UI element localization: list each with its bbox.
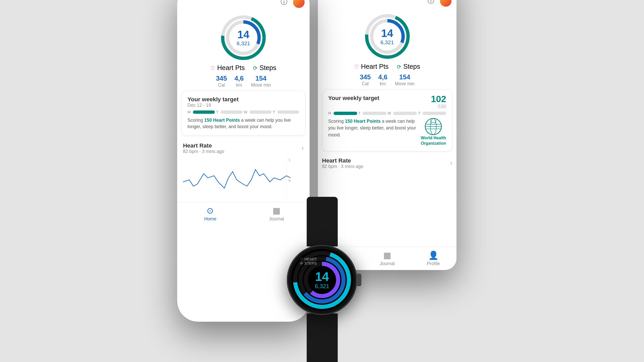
iphone-ring-chart: 14 6,321	[219, 13, 268, 62]
iphone-stat-cal: 345 Cal	[216, 75, 227, 87]
km-label: km	[378, 81, 387, 86]
scene: 9:41 ▲ ▌▌▌ ⓘ	[156, 0, 488, 362]
android-stat-km: 4,6 km	[378, 74, 387, 86]
android-card-header: Your weekly target 102 /150	[328, 94, 446, 108]
km-value: 4,6	[378, 74, 387, 81]
who-label: World HealthOrganization	[421, 135, 446, 146]
iphone-home-nav-label: Home	[204, 216, 216, 221]
cal-value: 345	[360, 74, 371, 81]
hr-chevron-icon[interactable]: ›	[450, 159, 452, 166]
iphone-cal-label: Cal	[216, 82, 227, 87]
svg-text:80: 80	[288, 178, 290, 182]
iphone-hr-title: Heart Rate	[183, 142, 224, 149]
android-stat-cal: 345 Cal	[360, 74, 371, 86]
watch-strap-bottom	[306, 313, 338, 362]
android-app-header: ⓘ	[318, 0, 456, 8]
iphone-steps-label: ⟳ Steps	[253, 64, 276, 72]
iphone-card-text: Scoring 150 Heart Points a week can help…	[188, 116, 299, 130]
iphone-card-title: Your weekly target	[188, 96, 239, 102]
iphone-hr-chevron-icon[interactable]: ›	[302, 144, 304, 151]
android-card-text: Scoring 150 Heart Points a week can help…	[328, 118, 417, 138]
move-label: Move min	[395, 81, 415, 86]
watch-strap-top	[306, 197, 338, 246]
android-steps-label: ⟳ Steps	[397, 63, 420, 70]
prog-mon	[333, 111, 357, 115]
watch-body: ♡ HEART ⟳ STEPS 14 6,321	[287, 245, 357, 315]
android-heart-pts-label: ♡ Heart Pts	[354, 63, 388, 70]
android-progress-row: M T W T	[328, 111, 446, 115]
svg-text:140: 140	[288, 158, 290, 162]
android-weekly-card: Your weekly target 102 /150 M T W	[322, 89, 452, 151]
iphone-info-button[interactable]: ⓘ	[278, 0, 290, 8]
android-hr-header: Heart Rate 82 bpm · 3 mins ago ›	[322, 154, 452, 168]
android-hr-title: Heart Rate	[322, 157, 363, 164]
watch-center-text: 14 6,321	[315, 270, 329, 289]
android-ring-center: 14 6,321	[380, 27, 394, 45]
android-card-title: Your weekly target	[328, 94, 379, 101]
android-hr-sub: 82 bpm · 3 mins ago	[322, 164, 363, 168]
watch-small-num: 6,321	[315, 283, 329, 289]
iphone-stats-row: 345 Cal 4,6 km 154 Move min	[177, 73, 310, 90]
info-button[interactable]: ⓘ	[425, 0, 437, 6]
iphone-heart-pts: 14	[237, 29, 250, 41]
iphone-prog-thu	[277, 110, 299, 113]
iphone-nav-journal[interactable]: ▦ Journal	[264, 205, 289, 221]
android-stats-row: 345 Cal 4,6 km 154 Move min	[318, 72, 456, 89]
watch-steps-label: ⟳ STEPS	[300, 261, 317, 265]
iphone-card-subtitle: Dec 12 - 19	[188, 102, 239, 107]
android-card-title-block: Your weekly target	[328, 94, 379, 101]
journal-nav-icon: ▦	[383, 250, 391, 260]
iphone-prog-tue	[220, 110, 243, 113]
iphone-journal-nav-icon: ▦	[273, 205, 280, 215]
iphone-chart-container: 140 80	[177, 155, 310, 202]
prog-wed	[393, 111, 417, 115]
iphone-hr-sub: 82 bpm · 3 mins ago	[183, 149, 224, 153]
iphone-stat-move: 154 Move min	[251, 75, 271, 87]
highlight-pts: 150 Heart Points	[345, 118, 381, 123]
android-nav-journal[interactable]: ▦ Journal	[375, 250, 400, 266]
android-nav-profile[interactable]: 👤 Profile	[421, 250, 446, 266]
iphone-stat-km: 4,6 km	[234, 75, 244, 87]
android-card-body: Scoring 150 Heart Points a week can help…	[328, 118, 446, 146]
iphone-km-label: km	[234, 82, 244, 87]
profile-nav-label: Profile	[427, 261, 440, 266]
journal-nav-label: Journal	[380, 261, 395, 266]
cal-label: Cal	[360, 81, 371, 86]
iphone-home-nav-icon: ⊙	[207, 205, 214, 215]
iphone-card-header: Your weekly target Dec 12 - 19	[188, 96, 299, 107]
who-logo-svg	[425, 118, 442, 135]
iphone-steps-icon: ⟳	[253, 65, 258, 71]
android-stat-move: 154 Move min	[395, 74, 415, 86]
android-ring-chart: 14 6,321	[362, 12, 412, 61]
iphone-move-value: 154	[251, 75, 271, 82]
iphone-steps: 6,321	[237, 41, 250, 47]
android-ring-container: 14 6,321 ♡ Heart Pts ⟳ Steps	[318, 8, 456, 72]
move-value: 154	[395, 74, 415, 81]
iphone-weekly-card: Your weekly target Dec 12 - 19 M T W T	[181, 90, 305, 135]
watch-big-num: 14	[315, 270, 329, 283]
watch-labels: ♡ HEART ⟳ STEPS	[300, 257, 317, 265]
profile-nav-icon: 👤	[428, 250, 439, 260]
iphone-move-label: Move min	[251, 82, 271, 87]
iphone-ring-container: 14 6,321 ♡ Heart Pts ⟳ Steps	[177, 10, 310, 73]
iphone-prog-wed	[249, 110, 272, 113]
android-heart-pts: 14	[380, 27, 394, 39]
iphone-card-title-block: Your weekly target Dec 12 - 19	[188, 96, 239, 107]
android-ring-labels: ♡ Heart Pts ⟳ Steps	[354, 63, 420, 70]
who-block: World HealthOrganization	[421, 118, 446, 146]
iphone-ring-labels: ♡ Heart Pts ⟳ Steps	[210, 64, 276, 72]
watch-heart-label: ♡ HEART	[300, 257, 317, 261]
iphone-nav-home[interactable]: ⊙ Home	[198, 205, 223, 221]
iphone-hr-chart: 140 80	[183, 157, 290, 198]
iphone-highlight-pts: 150 Heart Points	[204, 117, 240, 122]
steps-icon: ⟳	[397, 64, 401, 70]
watch-screen: ♡ HEART ⟳ STEPS 14 6,321	[291, 249, 353, 311]
iphone-km-value: 4,6	[234, 75, 244, 82]
smartwatch: ♡ HEART ⟳ STEPS 14 6,321	[287, 197, 357, 362]
user-avatar[interactable]	[440, 0, 452, 6]
iphone-user-avatar[interactable]	[293, 0, 305, 8]
iphone-heart-icon: ♡	[210, 65, 215, 71]
prog-thu	[422, 111, 446, 115]
android-card-score-sub: /150	[431, 104, 446, 109]
android-steps: 6,321	[380, 39, 394, 45]
